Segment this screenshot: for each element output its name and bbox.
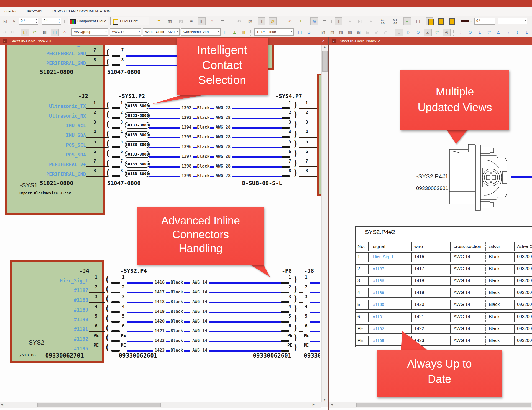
measure-icon[interactable]: ∠	[424, 29, 432, 36]
schematic-row[interactable]: PERIFERRAL_V+ 7 ( 7 50133-8000 1398 Blac…	[0, 160, 329, 169]
sheet-510-title-bar[interactable]: e Sheet 05-Cable Plan\510 ✕	[0, 37, 329, 45]
dim-horizontal-icon[interactable]: ↕	[395, 29, 403, 36]
cube4-icon[interactable]: ▧	[346, 29, 354, 36]
chain-icon[interactable]: ◱	[356, 17, 364, 25]
cube-view-icon[interactable]: ▧	[247, 17, 254, 25]
wire-table-row[interactable]: PE #1195 1423 AWG 14 Black 093200061	[355, 336, 532, 346]
cube1-icon[interactable]: ▧	[320, 29, 327, 36]
tree-gold-icon[interactable]: ▩	[240, 29, 247, 36]
dotted-area-icon[interactable]: ▦	[166, 17, 173, 25]
hose-blue-icon[interactable]: ◫	[296, 29, 304, 36]
tree-blue-icon[interactable]: ◫	[222, 29, 229, 36]
horizontal-scroll-thumb[interactable]	[356, 403, 531, 407]
schematic-row[interactable]: Ultrasonic_RX 2 ( 2 50133-8000 1393 Blac…	[0, 112, 329, 120]
wire-table-row[interactable]: 1 Hier_Sig_1 1416 AWG 14 Black 093200061	[355, 252, 532, 262]
connector-cad-drawing[interactable]	[448, 144, 513, 211]
contact-part-pill[interactable]: 50133-8000	[125, 151, 150, 158]
hose-combo[interactable]: 1_1/4_Hose▾	[254, 28, 294, 36]
horizontal-scroll-thumb[interactable]	[37, 403, 161, 407]
scroll-right-icon[interactable]: ▶	[313, 403, 315, 406]
vertical-scroll-thumb[interactable]	[322, 51, 328, 72]
wire-segment[interactable]	[310, 341, 320, 342]
window-arrange-icon[interactable]: ◱	[2, 17, 9, 25]
page-export-icon[interactable]: ▤	[321, 17, 328, 25]
schematic-row[interactable]: IMU_SDA 4 ( 4 50133-8000 1395 Black AWG …	[0, 131, 329, 140]
contact-part-pill[interactable]: 50133-8000	[125, 131, 150, 138]
tab-connector[interactable]: nnector	[0, 7, 21, 15]
wire-segment[interactable]	[310, 312, 320, 313]
ecad-port-button[interactable]: ECAD Port	[110, 17, 149, 25]
cube6-icon[interactable]: ▧	[364, 29, 371, 36]
pair-icon[interactable]: ◳	[346, 17, 353, 25]
cube2-icon[interactable]: ▧	[329, 29, 336, 36]
spinner-arrows-icon[interactable]: ▲▼	[492, 18, 494, 24]
axes-icon[interactable]: ⟂	[297, 17, 304, 25]
wire-segment[interactable]	[310, 350, 320, 352]
door-half-icon[interactable]	[438, 18, 444, 25]
partial-block-sys4[interactable]	[317, 74, 321, 196]
window-separator[interactable]	[328, 37, 329, 410]
cube5-icon[interactable]: ▧	[355, 29, 362, 36]
flip-icon[interactable]: ±	[523, 29, 530, 36]
color-swatch[interactable]	[461, 20, 469, 22]
awggroup-combo[interactable]: AWGgroup▾	[71, 28, 108, 36]
angle-icon[interactable]: ∠	[495, 29, 502, 36]
contact-part-pill[interactable]: 50133-8000	[125, 112, 150, 119]
b1-d8-icon[interactable]: B 1 D 8	[391, 17, 398, 25]
vertical-scrollbar[interactable]: ▲ ▼	[321, 45, 328, 402]
schematic-row[interactable]: #1191 6 ( 6 1421 Black AWG 14 6 ) 6	[0, 325, 329, 333]
wire-table-row[interactable]: 3 #1188 1418 AWG 14 Black 093200061	[355, 276, 532, 286]
schematic-row[interactable]: PERIFERRAL_GND 8 ( 8 ) 8	[0, 59, 329, 67]
sheet-512-title-bar[interactable]: e Sheet 05-Cable Plan\512	[329, 37, 532, 45]
clamp-icon[interactable]: ◫	[335, 17, 342, 25]
swatch-dropdown-icon[interactable]: ▾	[469, 17, 473, 25]
cube7-icon[interactable]: ▧	[373, 29, 380, 36]
hatch-area-icon[interactable]: ▨	[177, 17, 185, 25]
schematic-row[interactable]: #1192 PE ( PE 1422 Black AWG 14 PE ) PE	[0, 335, 329, 343]
wire-table-row[interactable]: 6 #1191 1421 AWG 14 Black 093200061	[355, 312, 532, 322]
cut-icon[interactable]: ✂	[1, 29, 8, 36]
wire-segment[interactable]	[310, 302, 320, 303]
contact-part-pill[interactable]: 50133-8000	[125, 141, 150, 148]
cube-frame-icon[interactable]: ◫	[258, 17, 265, 25]
schematic-row[interactable]: PERIFERRAL_GND 7 ( 7 ) 7	[0, 49, 329, 58]
contact-part-pill[interactable]: 50133-8000	[125, 122, 150, 129]
stretch-icon[interactable]: ↕	[514, 29, 521, 36]
delete-link-icon[interactable]: ⊘	[287, 17, 294, 25]
distribute-icon[interactable]: ±	[476, 29, 483, 36]
door-open-icon[interactable]	[426, 17, 433, 25]
scroll-left-icon[interactable]: ◀	[331, 403, 333, 406]
connect-icon[interactable]: ○	[61, 29, 68, 36]
schematic-row[interactable]: #1187 2 ( 2 1417 Black AWG 14 2 ) 2	[0, 286, 329, 295]
wire-stub[interactable]	[511, 176, 532, 178]
schematic-row[interactable]: IMU_SCL 3 ( 3 50133-8000 1394 Black AWG …	[0, 122, 329, 130]
angle-spinner-2[interactable]: 0 ° ▲▼	[42, 18, 61, 25]
play-icon[interactable]: ▷	[405, 29, 412, 36]
tab-ipc2581[interactable]: IPC-2581	[22, 7, 47, 15]
net-icon[interactable]: ▩	[41, 29, 48, 36]
schematic-row[interactable]: POS_SCL 5 ( 5 50133-8000 1396 Black AWG …	[0, 141, 329, 149]
door-closed-icon[interactable]	[449, 18, 455, 25]
wire-table-row[interactable]: 4 #1189 1419 AWG 14 Black 093200061	[355, 288, 532, 298]
link-point-icon[interactable]: ○	[208, 17, 216, 25]
schematic-row[interactable]: PERIFERRAL_GND 8 ( 8 50133-8000 1399 Bla…	[0, 170, 329, 178]
horizontal-scrollbar[interactable]: ◀	[329, 402, 532, 408]
angle-spinner-1[interactable]: 0 ° ▲▼	[19, 18, 38, 25]
close-button[interactable]: ✕	[320, 39, 326, 43]
wire-table-row[interactable]: 2 #1187 1417 AWG 14 Black 093200061	[355, 264, 532, 274]
sheet-format-icon[interactable]: ▤	[219, 17, 226, 25]
contact-part-pill[interactable]: 50133-8000	[125, 102, 150, 109]
3d-mode-icon[interactable]: 3D	[234, 17, 242, 25]
schematic-row[interactable]: #1190 5 ( 5 1420 Black AWG 14 5 ) 5	[0, 315, 329, 324]
move-block-icon[interactable]: ◫	[51, 29, 59, 36]
maximize-button[interactable]	[311, 39, 318, 43]
pick-icon[interactable]: ⇄	[433, 29, 441, 36]
model-cube-icon[interactable]: ▧	[310, 17, 318, 25]
block-edit-icon[interactable]: ◫	[198, 17, 206, 25]
window-new-icon[interactable]: ◳	[10, 17, 17, 25]
awg14-combo[interactable]: AWG14▾	[110, 28, 141, 36]
sheet-512-canvas[interactable]: -SYS2.P4#1 09330062601 -SYS2.P4#2 No. si…	[329, 45, 532, 402]
tab-reports[interactable]: REPORTS AND DOCUMENTATION	[48, 7, 115, 15]
schematic-row[interactable]: #1195 PE ( PE 1423 Black AWG 14 PE ) PE	[0, 345, 329, 353]
hose-plus-icon[interactable]: ⊕	[305, 29, 313, 36]
